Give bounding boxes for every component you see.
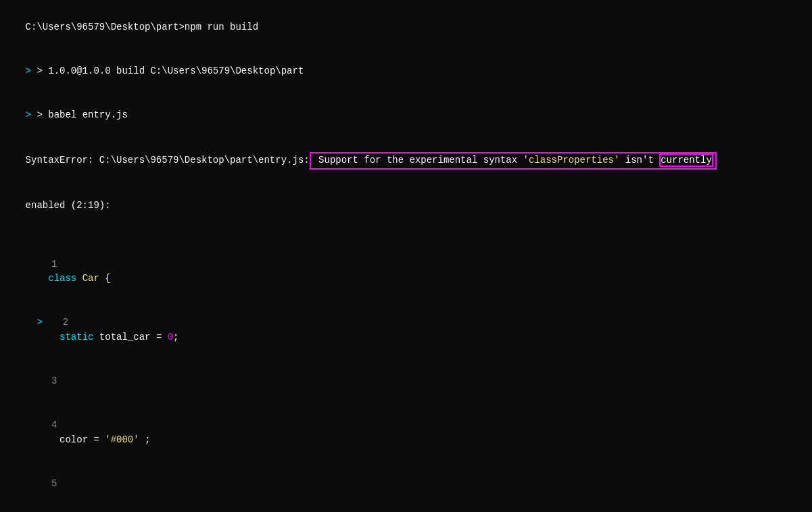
syntax-error-prefix: SyntaxError: C:\Users\96579\Desktop\part… xyxy=(26,155,310,165)
terminal: C:\Users\96579\Desktop\part>npm run buil… xyxy=(0,0,812,512)
code-line-5: 5 xyxy=(3,462,809,506)
currently-text: currently xyxy=(661,155,712,165)
code-block: 1 class Car { > 2 static total_car = 0; … xyxy=(3,242,809,506)
syntax-error-msg: Support for the experimental syntax xyxy=(313,155,523,165)
currently-highlight: currently xyxy=(659,153,713,167)
semicolon-2: ; xyxy=(173,332,178,342)
line-num-3: 3 xyxy=(37,374,57,389)
isnt-text: isn't xyxy=(619,155,659,165)
line-num-2: 2 xyxy=(48,315,68,330)
semicolon-4: ; xyxy=(139,434,151,445)
syntax-error-line: SyntaxError: C:\Users\96579\Desktop\part… xyxy=(3,137,809,184)
total-car: total_car xyxy=(93,332,156,342)
code-line-2: > 2 static total_car = 0; xyxy=(3,301,809,360)
line-arrow: > xyxy=(37,317,48,328)
babel-arrow: > xyxy=(26,109,37,120)
cmd-path: C:\Users\96579\Desktop\part>npm run buil… xyxy=(26,22,258,32)
babel-text: > babel entry.js xyxy=(37,109,127,120)
code-class xyxy=(37,273,48,284)
color-label: color = xyxy=(37,434,105,445)
class-keyword: class xyxy=(48,273,76,284)
enabled-line: enabled (2:19): xyxy=(3,184,809,228)
command-line: C:\Users\96579\Desktop\part>npm run buil… xyxy=(3,5,809,49)
blank-line-1 xyxy=(3,228,809,242)
build-arrow: > xyxy=(26,66,37,76)
line-num-4: 4 xyxy=(37,418,57,433)
syntax-error-highlight: Support for the experimental syntax 'cla… xyxy=(310,152,717,170)
static-keyword-space xyxy=(37,332,59,342)
code-line-3: 3 xyxy=(3,360,809,404)
blank-line-2 xyxy=(3,506,809,512)
zero-val: 0 xyxy=(168,332,173,342)
build-info-line: > > 1.0.0@1.0.0 build C:\Users\96579\Des… xyxy=(3,49,809,93)
color-val: '#000' xyxy=(105,434,139,445)
class-brace: { xyxy=(99,273,111,284)
babel-cmd-line: > > babel entry.js xyxy=(3,93,809,137)
line-num-5: 5 xyxy=(37,477,57,492)
class-props-label: 'classProperties' xyxy=(523,155,620,165)
class-name: Car xyxy=(76,273,99,284)
build-text: > 1.0.0@1.0.0 build C:\Users\96579\Deskt… xyxy=(37,66,304,76)
code-line-4: 4 color = '#000' ; xyxy=(3,404,809,463)
line-num-1: 1 xyxy=(37,257,57,272)
code-line-1: 1 class Car { xyxy=(3,242,809,301)
enabled-text: enabled (2:19): xyxy=(26,200,111,211)
equals: = xyxy=(156,332,168,342)
static-keyword: static xyxy=(59,332,93,342)
